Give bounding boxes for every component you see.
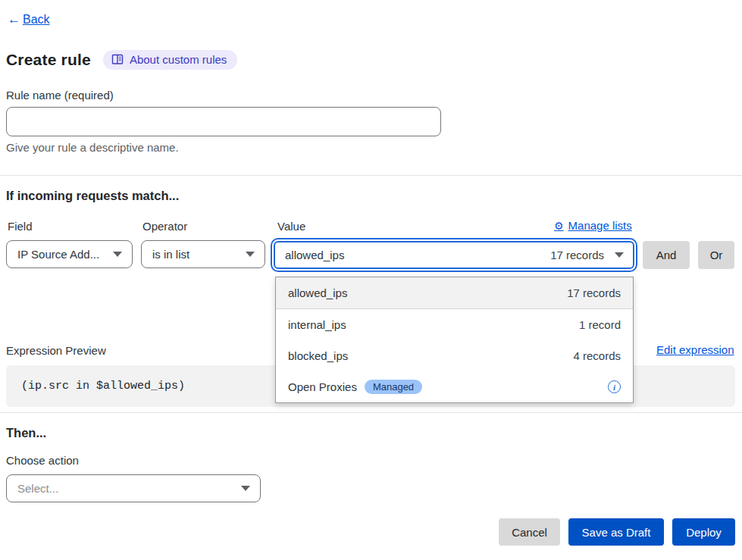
choose-action-label: Choose action (6, 454, 79, 467)
create-rule-page: ←Back Create rule About custom rules Rul… (0, 0, 742, 560)
save-as-draft-button[interactable]: Save as Draft (568, 518, 664, 546)
list-option-blocked-ips[interactable]: blocked_ips 4 records (276, 340, 633, 371)
value-label: Value (277, 220, 305, 233)
list-option-allowed-ips[interactable]: allowed_ips 17 records (276, 277, 633, 309)
and-button[interactable]: And (643, 241, 690, 269)
list-option-name: allowed_ips (288, 286, 347, 299)
list-option-records: 4 records (573, 349, 621, 362)
list-option-records: 1 record (579, 318, 621, 331)
chevron-down-icon (246, 252, 255, 257)
list-option-name: Open Proxies (288, 380, 357, 393)
operator-select-value: is in list (152, 248, 189, 261)
list-option-internal-ips[interactable]: internal_ips 1 record (276, 309, 633, 340)
list-option-name: internal_ips (288, 318, 346, 331)
operator-label: Operator (142, 220, 187, 233)
action-select[interactable]: Select... (6, 474, 261, 502)
field-select-value: IP Source Add... (17, 248, 99, 261)
expression-preview-label: Expression Preview (6, 344, 106, 357)
value-select-name: allowed_ips (285, 249, 550, 261)
chevron-down-icon (615, 252, 624, 258)
gear-icon: ⚙ (554, 220, 564, 232)
footer-actions: Cancel Save as Draft Deploy (499, 518, 735, 546)
value-select-records: 17 records (550, 249, 604, 261)
section-divider (0, 175, 742, 176)
chevron-down-icon (241, 486, 250, 491)
rule-name-helper: Give your rule a descriptive name. (6, 141, 179, 154)
rule-name-input[interactable] (6, 107, 441, 136)
title-row: Create rule About custom rules (6, 50, 237, 70)
value-select-focus-ring: allowed_ips 17 records (271, 238, 637, 272)
action-select-placeholder: Select... (17, 482, 58, 495)
managed-badge: Managed (365, 380, 422, 394)
match-section-heading: If incoming requests match... (6, 189, 179, 203)
deploy-button[interactable]: Deploy (672, 518, 735, 546)
manage-lists-link[interactable]: ⚙Manage lists (554, 219, 632, 232)
page-title: Create rule (6, 51, 91, 69)
list-option-records: 17 records (567, 286, 621, 299)
expression-code: (ip.src in $allowed_ips) (21, 380, 185, 393)
section-divider (0, 412, 742, 413)
back-arrow-icon: ← (8, 12, 20, 27)
then-section-heading: Then... (6, 426, 46, 440)
chevron-down-icon (113, 252, 122, 257)
list-dropdown-panel: allowed_ips 17 records internal_ips 1 re… (275, 277, 634, 403)
cancel-button[interactable]: Cancel (499, 518, 560, 546)
field-select[interactable]: IP Source Add... (6, 240, 133, 268)
list-option-name: blocked_ips (288, 349, 348, 362)
manage-lists-label: Manage lists (568, 219, 632, 232)
value-select[interactable]: allowed_ips 17 records (274, 241, 634, 269)
rule-name-label: Rule name (required) (6, 89, 114, 102)
back-link-label: Back (23, 13, 50, 27)
about-custom-rules-link[interactable]: About custom rules (103, 50, 237, 70)
back-link[interactable]: ←Back (8, 12, 50, 27)
operator-select[interactable]: is in list (141, 240, 265, 268)
book-icon (111, 54, 124, 65)
edit-expression-link[interactable]: Edit expression (656, 343, 734, 356)
info-icon[interactable]: i (608, 380, 621, 393)
field-label: Field (8, 220, 33, 233)
about-custom-rules-label: About custom rules (130, 53, 227, 66)
or-button[interactable]: Or (698, 241, 734, 269)
list-option-open-proxies[interactable]: Open Proxies Managed i (276, 371, 633, 402)
